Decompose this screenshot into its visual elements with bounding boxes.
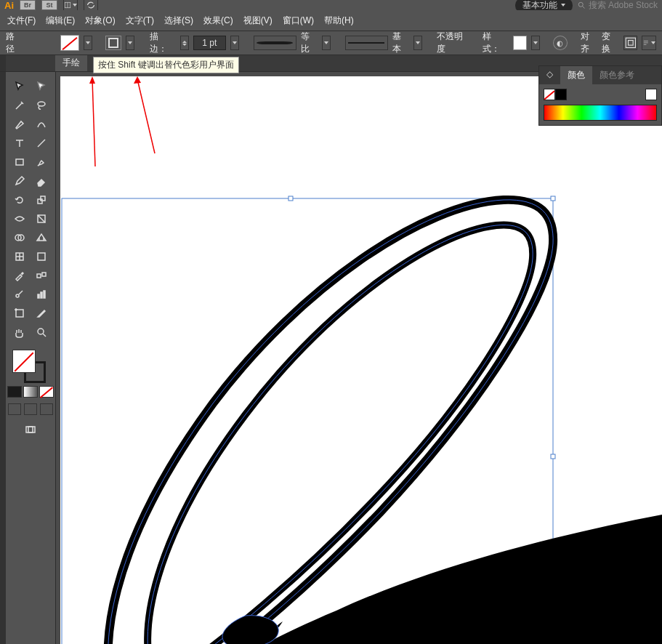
isolate-button[interactable] <box>623 36 638 50</box>
style-label: 样式： <box>483 31 508 55</box>
color-mode-solid[interactable] <box>7 386 22 398</box>
color-mode-none[interactable] <box>39 386 54 398</box>
tab-color[interactable]: 颜色 <box>560 66 592 84</box>
graph-tool[interactable] <box>31 286 52 303</box>
tab-color-guide[interactable]: 颜色参考 <box>592 66 642 84</box>
align-menu[interactable] <box>642 36 656 50</box>
pen-tool[interactable] <box>9 116 31 133</box>
svg-rect-5 <box>628 41 633 46</box>
svg-rect-36 <box>288 196 293 201</box>
svg-rect-28 <box>16 310 23 317</box>
menu-bar: 文件(F) 编辑(E) 对象(O) 文字(T) 选择(S) 效果(C) 视图(V… <box>0 10 662 31</box>
svg-rect-25 <box>38 294 39 298</box>
stroke-dropdown[interactable] <box>126 36 134 50</box>
rectangle-tool[interactable] <box>9 153 31 171</box>
profile-label: 等比 <box>301 31 318 55</box>
menu-select[interactable]: 选择(S) <box>164 15 193 27</box>
eyedropper-tool[interactable] <box>9 267 31 284</box>
svg-point-9 <box>38 102 45 106</box>
menu-effect[interactable]: 效果(C) <box>203 15 233 27</box>
svg-line-15 <box>38 215 45 222</box>
menu-help[interactable]: 帮助(H) <box>324 15 354 27</box>
menu-type[interactable]: 文字(T) <box>126 15 154 27</box>
stock-icon[interactable]: St <box>41 0 57 10</box>
shape-builder-tool[interactable] <box>9 229 31 246</box>
svg-rect-4 <box>626 38 635 47</box>
fill-indicator[interactable] <box>12 350 36 373</box>
svg-rect-21 <box>38 253 45 260</box>
screen-mode[interactable] <box>20 421 41 438</box>
hand-tool[interactable] <box>9 323 31 341</box>
svg-rect-11 <box>16 159 23 165</box>
artboard-tool[interactable] <box>9 305 31 322</box>
width-tool[interactable] <box>9 210 31 228</box>
svg-point-31 <box>38 329 44 334</box>
brush-definition[interactable] <box>345 36 388 50</box>
curvature-tool[interactable] <box>31 116 52 133</box>
lasso-tool[interactable] <box>31 97 52 114</box>
app-logo: Ai <box>4 0 14 11</box>
mesh-tool[interactable] <box>9 248 31 265</box>
color-spectrum[interactable] <box>544 105 657 121</box>
draw-normal[interactable] <box>8 403 21 415</box>
graphic-style-swatch[interactable] <box>513 36 528 50</box>
transform-link[interactable]: 变换 <box>602 31 619 55</box>
stroke-label: 描边： <box>150 31 175 55</box>
blend-tool[interactable] <box>31 267 52 284</box>
perspective-tool[interactable] <box>31 229 52 246</box>
direct-selection-tool[interactable] <box>31 78 52 95</box>
fill-dropdown[interactable] <box>84 36 92 50</box>
fill-stroke-indicator[interactable] <box>12 350 49 383</box>
menu-file[interactable]: 文件(F) <box>7 15 36 27</box>
panel-fill-swatch[interactable] <box>544 89 555 100</box>
paintbrush-tool[interactable] <box>31 153 52 171</box>
svg-rect-12 <box>38 199 42 204</box>
symbol-sprayer-tool[interactable] <box>9 286 31 303</box>
magic-wand-tool[interactable] <box>9 97 31 114</box>
fill-color-swatch[interactable] <box>60 35 80 51</box>
menu-edit[interactable]: 编辑(E) <box>46 15 75 27</box>
menu-view[interactable]: 视图(V) <box>243 15 273 27</box>
align-link[interactable]: 对齐 <box>581 31 598 55</box>
line-tool[interactable] <box>31 134 52 152</box>
slice-tool[interactable] <box>31 305 52 322</box>
stroke-color-swatch[interactable] <box>105 36 121 50</box>
weight-dropdown[interactable] <box>230 36 239 50</box>
svg-point-2 <box>578 2 583 7</box>
recolor-button[interactable]: ◐ <box>553 36 568 50</box>
svg-rect-22 <box>37 274 41 278</box>
svg-line-32 <box>43 334 46 337</box>
scale-tool[interactable] <box>31 191 52 209</box>
svg-rect-38 <box>551 454 555 459</box>
menu-window[interactable]: 窗口(W) <box>283 15 314 27</box>
tool-panel <box>6 72 56 644</box>
opacity-label[interactable]: 不透明度 <box>437 31 471 55</box>
canvas[interactable] <box>60 76 662 644</box>
draw-behind[interactable] <box>24 403 37 415</box>
bridge-icon[interactable]: Br <box>20 0 36 10</box>
chevron-down-icon <box>561 4 565 7</box>
document-tab[interactable]: 手绘 <box>55 55 87 71</box>
stroke-weight-input[interactable]: 1 pt <box>193 36 226 50</box>
eraser-tool[interactable] <box>31 172 52 190</box>
color-mode-gradient[interactable] <box>23 386 38 398</box>
profile-dropdown[interactable] <box>322 36 331 50</box>
free-transform-tool[interactable] <box>31 210 52 228</box>
panel-stroke-swatch[interactable] <box>555 89 567 100</box>
pencil-tool[interactable] <box>9 172 31 190</box>
weight-stepper[interactable] <box>180 36 189 50</box>
color-indicator: ◇ <box>539 66 560 84</box>
menu-object[interactable]: 对象(O) <box>85 15 115 27</box>
selection-tool[interactable] <box>9 78 31 95</box>
type-tool[interactable] <box>9 134 31 152</box>
zoom-tool[interactable] <box>31 323 52 341</box>
rotate-tool[interactable] <box>9 191 31 209</box>
color-panel[interactable]: ◇ 颜色 颜色参考 <box>538 65 662 126</box>
draw-inside[interactable] <box>40 403 53 415</box>
brush-dropdown[interactable] <box>413 36 422 50</box>
panel-white-swatch[interactable] <box>645 89 657 100</box>
width-profile[interactable] <box>254 36 296 50</box>
style-dropdown[interactable] <box>531 36 540 50</box>
gradient-tool[interactable] <box>31 248 52 265</box>
search-icon <box>577 1 586 9</box>
